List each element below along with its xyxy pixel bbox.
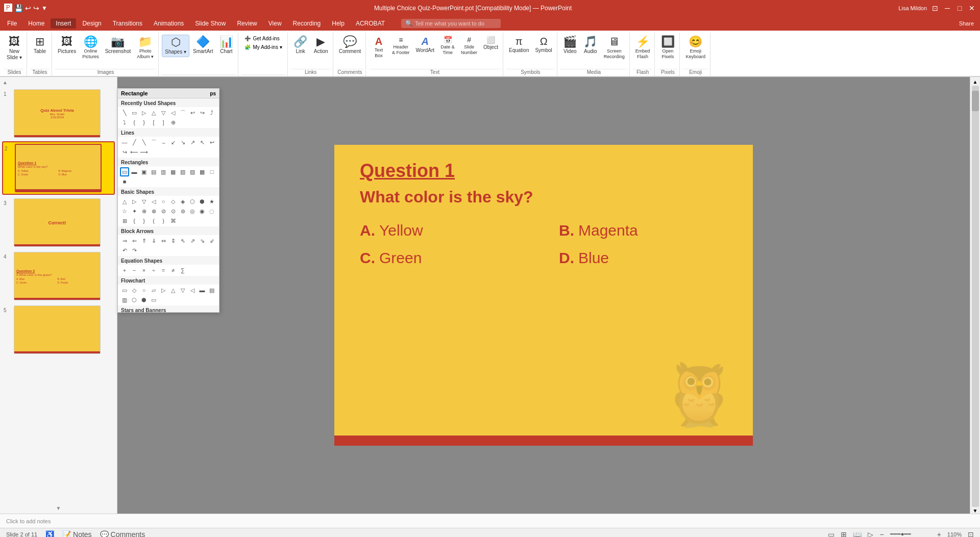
slide-thumb-2[interactable]: 2 Question 1 What color is the sky? A. Y…: [2, 141, 115, 195]
shape-item[interactable]: ◁: [149, 197, 158, 206]
shape-item[interactable]: ⊚: [178, 207, 187, 216]
shape-item[interactable]: ▷: [130, 197, 139, 206]
shape-item[interactable]: }: [139, 216, 149, 225]
shape-item[interactable]: ✦: [130, 207, 139, 216]
shape-item[interactable]: ⇐: [130, 236, 139, 245]
shape-item[interactable]: ◎: [188, 207, 197, 216]
menu-help[interactable]: Help: [327, 18, 350, 29]
right-sidebar-scrollbar[interactable]: ▲ ▼: [970, 77, 980, 514]
textbox-button[interactable]: A TextBox: [369, 35, 388, 60]
shape-item[interactable]: ⊞: [120, 216, 129, 225]
shape-item[interactable]: ◇: [130, 286, 139, 295]
shape-item[interactable]: ▬: [198, 286, 207, 295]
menu-slideshow[interactable]: Slide Show: [190, 18, 231, 29]
close-button[interactable]: ✕: [968, 4, 976, 12]
slide-thumb-5[interactable]: 5: [2, 304, 115, 355]
shape-item[interactable]: =: [159, 266, 168, 275]
emoji-keyboard-button[interactable]: 😊 EmojiKeyboard: [683, 35, 708, 61]
shape-item[interactable]: ↷: [130, 246, 139, 255]
scroll-down-button[interactable]: ▼: [56, 505, 62, 512]
redo-icon[interactable]: ↪: [33, 4, 39, 12]
normal-view-button[interactable]: ▭: [828, 530, 835, 538]
shape-item[interactable]: ◁: [188, 286, 197, 295]
header-footer-button[interactable]: ≡ Header& Footer: [389, 35, 412, 57]
menu-recording[interactable]: Recording: [288, 18, 326, 29]
menu-file[interactable]: File: [2, 18, 22, 29]
slide-thumb-4[interactable]: 4 Question 2 A What color is the grass? …: [2, 250, 115, 302]
shape-item[interactable]: ⌣: [159, 138, 168, 147]
slide-sorter-button[interactable]: ⊞: [841, 530, 847, 538]
shape-item[interactable]: ↩: [188, 108, 197, 117]
notes-button[interactable]: 📝 Notes: [62, 530, 91, 538]
shape-item[interactable]: ⌒: [149, 138, 158, 147]
shape-item[interactable]: ▭: [130, 108, 139, 117]
shape-item[interactable]: ⇖: [178, 236, 187, 245]
online-pictures-button[interactable]: 🌐 OnlinePictures: [80, 35, 102, 61]
notes-bar[interactable]: Click to add notes: [0, 514, 980, 528]
shape-item[interactable]: ◌: [207, 207, 216, 216]
shape-item[interactable]: ⊘: [159, 207, 168, 216]
shape-item[interactable]: ▽: [178, 286, 187, 295]
slide-preview-3[interactable]: Correct!: [14, 198, 101, 247]
zoom-level[interactable]: 110%: [947, 531, 962, 538]
shape-item[interactable]: ▨: [188, 167, 197, 176]
slide-preview-1[interactable]: Quiz About Trivia Mrs. Smith 1/31/2019: [14, 89, 101, 138]
shape-item[interactable]: ▽: [159, 108, 168, 117]
menu-view[interactable]: View: [263, 18, 287, 29]
shape-item[interactable]: +: [120, 266, 129, 275]
wordart-button[interactable]: A WordArt: [413, 35, 437, 55]
shape-item[interactable]: △: [149, 108, 158, 117]
shape-item[interactable]: ⇗: [188, 236, 197, 245]
menu-acrobat[interactable]: ACROBAT: [351, 18, 390, 29]
shape-item[interactable]: ⇘: [198, 236, 207, 245]
shape-item[interactable]: ≠: [168, 266, 178, 275]
zoom-slider[interactable]: ━━━●━━: [890, 531, 931, 537]
shape-item[interactable]: ▭: [120, 286, 129, 295]
shapes-button[interactable]: ⬡ Shapes ▾: [162, 35, 189, 57]
shape-item[interactable]: ▷: [159, 286, 168, 295]
shape-item[interactable]: ◈: [178, 197, 187, 206]
shape-item[interactable]: }: [139, 118, 149, 127]
comment-button[interactable]: 💬 Comment: [336, 35, 363, 56]
shape-item[interactable]: ]: [159, 118, 168, 127]
shape-item[interactable]: ⊗: [149, 207, 158, 216]
shape-item[interactable]: ⤵: [120, 118, 129, 127]
shape-item[interactable]: ╲: [139, 138, 149, 147]
my-addins-button[interactable]: 🧩 My Add-ins ▾: [241, 43, 285, 51]
accessibility-icon[interactable]: ♿: [45, 530, 54, 538]
scrollbar-thumb[interactable]: [972, 91, 979, 111]
shape-item[interactable]: ★: [207, 197, 216, 206]
shape-item[interactable]: ⤴: [207, 108, 216, 117]
shape-item[interactable]: ↪: [198, 108, 207, 117]
shape-item[interactable]: —: [120, 138, 129, 147]
shape-item[interactable]: ⇑: [139, 236, 149, 245]
shape-item[interactable]: ▽: [139, 197, 149, 206]
shape-item[interactable]: [: [149, 118, 158, 127]
comments-button[interactable]: 💬 Comments: [100, 530, 145, 538]
object-button[interactable]: ⬜ Object: [481, 35, 501, 52]
scroll-down-arrow[interactable]: ▼: [973, 508, 978, 514]
video-button[interactable]: 🎬 Video: [560, 35, 580, 56]
shape-item[interactable]: ⊕: [168, 118, 178, 127]
get-addins-button[interactable]: ➕ Get Add-ins: [241, 35, 285, 42]
zoom-in-button[interactable]: +: [937, 530, 941, 538]
slide-thumb-1[interactable]: 1 Quiz About Trivia Mrs. Smith 1/31/2019: [2, 88, 115, 139]
open-pixels-button[interactable]: 🔲 OpenPixels: [658, 35, 677, 61]
shape-item[interactable]: ⬢: [198, 197, 207, 206]
chart-button[interactable]: 📊 Chart: [216, 35, 236, 56]
screen-recording-button[interactable]: 🖥 ScreenRecording: [601, 35, 627, 61]
maximize-button[interactable]: □: [955, 4, 964, 12]
reading-view-button[interactable]: 📖: [853, 530, 862, 538]
shape-item[interactable]: ↖: [198, 138, 207, 147]
date-time-button[interactable]: 📅 Date &Time: [438, 35, 457, 57]
shape-item[interactable]: ⟵: [130, 147, 139, 157]
ribbon-display-icon[interactable]: ⊡: [931, 4, 939, 12]
slide-number-button[interactable]: # SlideNumber: [458, 35, 480, 57]
shape-item[interactable]: △: [120, 197, 129, 206]
shape-item[interactable]: ⟶: [139, 147, 149, 157]
shape-item[interactable]: ↘: [178, 138, 187, 147]
shape-item[interactable]: {: [130, 118, 139, 127]
shape-item[interactable]: ▥: [159, 167, 168, 176]
shape-item[interactable]: ↙: [168, 138, 178, 147]
shape-item[interactable]: ▱: [149, 286, 158, 295]
